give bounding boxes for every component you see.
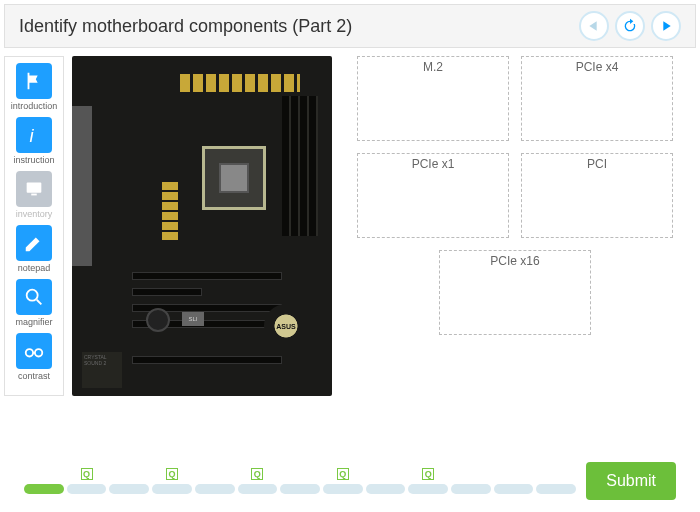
- progress-segment[interactable]: [280, 484, 320, 494]
- progress-segment[interactable]: [195, 484, 235, 494]
- progress-segment[interactable]: Q: [67, 484, 107, 494]
- drop-zone-pcie-x1[interactable]: PCIe x1: [357, 153, 509, 238]
- drop-zone-label: PCIe x1: [412, 157, 455, 171]
- sidebar-item-magnifier[interactable]: magnifier: [10, 277, 58, 329]
- next-button[interactable]: [651, 11, 681, 41]
- sli-chip: SLI: [182, 312, 204, 326]
- svg-point-3: [27, 290, 38, 301]
- svg-rect-1: [27, 183, 42, 193]
- progress-segment[interactable]: [536, 484, 576, 494]
- progress-bar: Q Q Q Q Q: [24, 468, 576, 494]
- refresh-icon: [622, 18, 638, 34]
- info-icon: i: [23, 124, 45, 146]
- refresh-button[interactable]: [615, 11, 645, 41]
- pcie-slot-short: [132, 288, 202, 296]
- sidebar-item-introduction[interactable]: introduction: [10, 61, 58, 113]
- prev-button[interactable]: [579, 11, 609, 41]
- chipset-heatsink: ASUS: [264, 304, 308, 348]
- page-title: Identify motherboard components (Part 2): [19, 16, 352, 37]
- vrm-heatsink: [180, 74, 300, 92]
- svg-point-4: [26, 349, 33, 356]
- drop-zone-pci[interactable]: PCI: [521, 153, 673, 238]
- svg-rect-2: [31, 194, 37, 196]
- sidebar-item-notepad[interactable]: notepad: [10, 223, 58, 275]
- svg-text:i: i: [29, 125, 34, 146]
- motherboard-image[interactable]: SLI ASUS CRYSTAL SOUND 2: [72, 56, 332, 396]
- question-marker-icon: Q: [81, 468, 93, 480]
- progress-segment[interactable]: Q: [238, 484, 278, 494]
- io-panel: [72, 106, 92, 266]
- audio-chip: CRYSTAL SOUND 2: [82, 352, 122, 388]
- nav-button-group: [579, 11, 681, 41]
- pcie-slot: [132, 356, 282, 364]
- drop-zone-label: PCIe x16: [490, 254, 539, 268]
- cpu-socket: [202, 146, 266, 210]
- sidebar-item-label: inventory: [16, 209, 53, 219]
- sidebar-item-label: notepad: [18, 263, 51, 273]
- sidebar-item-inventory[interactable]: inventory: [10, 169, 58, 221]
- progress-segment[interactable]: Q: [152, 484, 192, 494]
- question-marker-icon: Q: [337, 468, 349, 480]
- progress-segment[interactable]: [494, 484, 534, 494]
- drop-zone-label: PCI: [587, 157, 607, 171]
- submit-button[interactable]: Submit: [586, 462, 676, 500]
- question-marker-icon: Q: [422, 468, 434, 480]
- sidebar-item-label: introduction: [11, 101, 58, 111]
- progress-segment[interactable]: Q: [323, 484, 363, 494]
- monitor-icon: [23, 178, 45, 200]
- sidebar-item-contrast[interactable]: contrast: [10, 331, 58, 383]
- flag-icon: [23, 70, 45, 92]
- sidebar-item-instruction[interactable]: i instruction: [10, 115, 58, 167]
- sidebar-item-label: contrast: [18, 371, 50, 381]
- progress-segment[interactable]: [451, 484, 491, 494]
- glasses-icon: [23, 340, 45, 362]
- vrm-heatsink-side: [162, 180, 178, 240]
- triangle-right-icon: [658, 18, 674, 34]
- dimm-slots: [282, 96, 318, 236]
- progress-segment[interactable]: [366, 484, 406, 494]
- question-marker-icon: Q: [251, 468, 263, 480]
- sidebar-item-label: magnifier: [15, 317, 52, 327]
- question-marker-icon: Q: [166, 468, 178, 480]
- sidebar: introduction i instruction inventory not…: [4, 56, 64, 396]
- drop-zone-pcie-x16[interactable]: PCIe x16: [439, 250, 591, 335]
- svg-point-5: [35, 349, 42, 356]
- progress-segment[interactable]: [109, 484, 149, 494]
- drop-zone-label: PCIe x4: [576, 60, 619, 74]
- pcie-slot: [132, 272, 282, 280]
- magnifier-icon: [23, 286, 45, 308]
- triangle-left-icon: [586, 18, 602, 34]
- progress-segment[interactable]: [24, 484, 64, 494]
- pencil-icon: [23, 232, 45, 254]
- drop-area: M.2 PCIe x4 PCIe x1 PCI PCIe x16: [342, 56, 688, 396]
- drop-zone-label: M.2: [423, 60, 443, 74]
- cmos-battery: [146, 308, 170, 332]
- progress-segment[interactable]: Q: [408, 484, 448, 494]
- drop-zone-pcie-x4[interactable]: PCIe x4: [521, 56, 673, 141]
- sidebar-item-label: instruction: [13, 155, 54, 165]
- drop-zone-m2[interactable]: M.2: [357, 56, 509, 141]
